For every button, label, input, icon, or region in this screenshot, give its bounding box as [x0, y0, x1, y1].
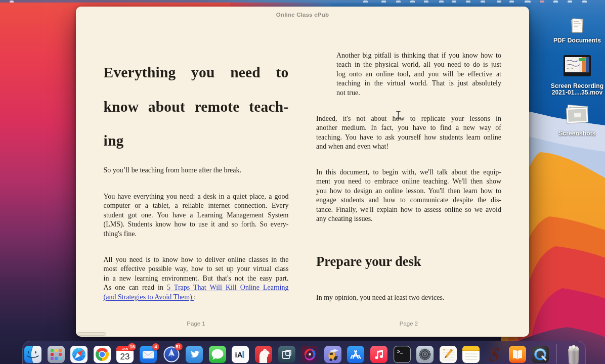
paragraph: In this document, to begin with, we'll t… — [316, 168, 501, 223]
status-icon[interactable] — [410, 1, 415, 3]
dock-finder-icon[interactable] — [24, 346, 41, 363]
desktop-icon-label2: 2021-01....35.mov — [549, 89, 605, 96]
text-line: In this document, to begin with, we'll t… — [316, 168, 501, 177]
text-line: computer or a tablet, a reliable interne… — [104, 201, 289, 210]
paragraph: You have everything you need: a desk in … — [104, 192, 289, 239]
status-icon[interactable] — [525, 1, 531, 3]
dock-books-icon[interactable] — [509, 346, 526, 363]
text-line: teaching. You have to ask yourself how s… — [316, 133, 501, 142]
menu-bar — [0, 0, 605, 3]
screenshots-stack-icon — [565, 103, 590, 126]
dock-swirl-app-icon[interactable] — [301, 346, 318, 363]
text-segment: : — [194, 293, 196, 301]
scrivener-s-glyph: S — [489, 346, 500, 363]
dock-messages-icon[interactable] — [209, 346, 226, 363]
text-line: tance. Finally, we'll explain how to ass… — [316, 205, 501, 214]
dock-twitter-icon[interactable] — [186, 346, 203, 363]
dock-launchpad-icon[interactable] — [48, 346, 65, 363]
status-icon[interactable] — [553, 1, 558, 3]
heading-line: Everything you need to — [104, 56, 289, 90]
epub-reader-window[interactable]: Online Class ePub Everything you need to… — [76, 7, 529, 337]
text-line: most effective possible way, how to set … — [104, 264, 289, 274]
book-hyperlink[interactable]: (and Strategies to Avoid Them) — [104, 293, 194, 301]
text-line: ment you need to embrace online teaching… — [316, 177, 501, 186]
dock-music-icon[interactable] — [370, 346, 387, 363]
dock-safari-icon[interactable] — [70, 346, 88, 363]
status-icon[interactable] — [582, 1, 587, 3]
text-line: (LMS). Students know how to use it and s… — [104, 220, 289, 229]
text-line: All you need is to know how to deliver o… — [104, 255, 289, 264]
dock-notes-icon[interactable] — [462, 346, 480, 363]
book-hyperlink[interactable]: 5 Traps That Will Kill Online Learning — [167, 284, 288, 291]
calendar-month: JAN — [122, 347, 128, 350]
blockquote-paragraph: Another big pitfall is thinking that if … — [336, 51, 501, 98]
text-line: In my opinion, you need at least two dev… — [316, 293, 501, 302]
terminal-prompt-text: >_ — [397, 349, 404, 355]
dock-app-store-icon[interactable] — [347, 346, 364, 363]
paragraph: All you need is to know how to deliver o… — [104, 255, 289, 302]
text-line: log onto an online tool, and you will be… — [336, 70, 501, 79]
dock-separator — [556, 344, 557, 363]
text-line: Indeed, it's not about how to replicate … — [316, 114, 501, 123]
dock-chrome-icon[interactable] — [94, 346, 111, 363]
desktop-icon-pdf-documents[interactable]: PDF Documents — [549, 18, 605, 44]
text-line: and when and even what! — [316, 142, 501, 151]
status-icon[interactable] — [497, 1, 501, 3]
dock-ia-writer-icon[interactable]: iA — [232, 346, 249, 363]
dock-calendar-icon[interactable]: JAN 23 16 — [116, 346, 134, 363]
status-icon[interactable] — [466, 1, 470, 3]
dock-pages-icon[interactable]: “ — [440, 346, 457, 363]
dock-quicktime-icon[interactable] — [532, 346, 549, 363]
text-line: Another big pitfall is thinking that if … — [336, 51, 501, 60]
page-number: Page 1 — [104, 321, 289, 327]
text-line: not true. — [336, 88, 501, 98]
apple-logo-icon[interactable] — [10, 1, 14, 3]
text-line: in a new learning environment. But that'… — [104, 274, 289, 283]
dock-terminal-icon[interactable]: >_ — [394, 346, 411, 363]
dock-scrivener-icon[interactable]: S — [486, 346, 503, 363]
horizontal-scrollbar-thumb[interactable] — [77, 332, 106, 336]
paragraph: Indeed, it's not about how to replicate … — [316, 114, 501, 152]
calendar-day: 23 — [120, 352, 130, 361]
page-1: Everything you need to know about remote… — [104, 7, 289, 337]
paragraph: So you’ll be teaching from home after th… — [104, 166, 289, 175]
status-icon[interactable] — [452, 1, 456, 3]
desktop-icon-screen-recording[interactable]: Screen Recording 2021-01....35.mov — [549, 55, 605, 96]
status-icon[interactable] — [439, 1, 444, 3]
dock-window-manager-icon[interactable] — [278, 346, 295, 363]
text-line: So you’ll be teaching from home after th… — [104, 166, 289, 175]
text-line: You have everything you need: a desk in … — [104, 192, 289, 201]
paragraph: In my opinion, you need at least two dev… — [316, 293, 501, 302]
desktop-icon-screenshots[interactable]: Screenshots — [549, 103, 605, 137]
text-line: student got one. You have a Learning Man… — [104, 211, 289, 220]
text-line: another medium. In fact, you have to fin… — [316, 123, 501, 132]
status-icon[interactable] — [396, 1, 401, 3]
page-number: Page 2 — [316, 321, 501, 327]
status-icon[interactable] — [481, 1, 485, 3]
dock-spark-icon[interactable]: 51 — [163, 346, 180, 363]
dock-system-preferences-icon[interactable] — [416, 346, 434, 363]
desktop-icon-label: Screenshots — [549, 130, 605, 137]
status-icon[interactable] — [363, 1, 368, 3]
notification-badge: 4 — [152, 343, 159, 350]
section-heading: Prepare your desk — [316, 254, 501, 269]
screen-recording-thumbnail-icon — [564, 55, 591, 76]
text-cursor — [395, 111, 402, 122]
svg-text:“: “ — [443, 347, 446, 353]
chapter-heading: Everything you need to know about remote… — [104, 56, 289, 158]
heading-line: ing — [104, 124, 289, 158]
text-line: teaching in the virtual world. That is j… — [336, 79, 501, 88]
text-line: As one can read in 5 Traps That Will Kil… — [104, 283, 289, 292]
dock-trash-icon[interactable] — [566, 344, 582, 364]
status-icon[interactable] — [424, 1, 428, 3]
status-icon[interactable] — [540, 1, 544, 3]
status-icon[interactable] — [381, 1, 386, 3]
dock-bear-icon[interactable] — [255, 346, 272, 363]
heading-line: know about remote teach- — [104, 90, 289, 124]
status-icon[interactable] — [509, 1, 514, 3]
status-icon[interactable] — [568, 1, 572, 3]
text-line: you how to design an online lesson. You'… — [316, 187, 501, 196]
dock-mail-icon[interactable]: 4 — [140, 346, 157, 363]
page-2: Another big pitfall is thinking that if … — [316, 7, 501, 337]
dock-transmit-icon[interactable] — [324, 346, 341, 363]
